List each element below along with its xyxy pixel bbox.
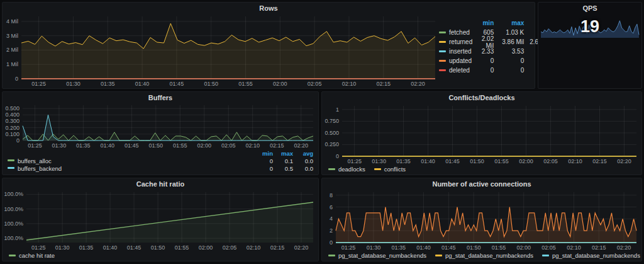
- svg-text:02:00: 02:00: [197, 142, 212, 149]
- legend-item-numbackends-1[interactable]: pg_stat_database_numbackends: [328, 252, 426, 259]
- stat-max: 0: [494, 57, 524, 64]
- svg-text:0.100: 0.100: [5, 131, 19, 137]
- legend-label: inserted: [449, 48, 472, 55]
- svg-text:01:50: 01:50: [149, 142, 164, 149]
- svg-text:01:40: 01:40: [416, 244, 431, 251]
- svg-text:02:20: 02:20: [411, 81, 425, 87]
- svg-text:8: 8: [330, 192, 333, 198]
- legend-label: pg_stat_database_numbackends: [445, 252, 533, 259]
- legend-label: deadlocks: [338, 166, 365, 173]
- legend-item-updated[interactable]: updated: [439, 57, 472, 64]
- rows-chart[interactable]: 01 Mil2 Mil3 Mil4 Mil01:2501:3001:3501:4…: [3, 13, 439, 88]
- buffers-chart[interactable]: 00.1000.2000.3000.4000.50001:2501:3001:3…: [3, 103, 318, 149]
- svg-text:02:20: 02:20: [617, 244, 631, 251]
- svg-text:01:55: 01:55: [173, 142, 187, 149]
- panel-conflicts-deadlocks: Conflicts/Deadlocks 00.2500.5000.750101:…: [321, 91, 642, 175]
- svg-text:01:45: 01:45: [441, 244, 456, 251]
- legend-item-returned[interactable]: returned: [439, 38, 472, 45]
- svg-text:02:10: 02:10: [567, 244, 581, 251]
- stat-min: 0: [472, 57, 494, 64]
- conflicts-chart[interactable]: 00.2500.5000.750101:2501:3001:3501:4001:…: [322, 103, 641, 165]
- panel-title-rows[interactable]: Rows: [3, 3, 535, 13]
- svg-text:01:50: 01:50: [467, 244, 481, 251]
- dashboard-row-bottom: Cache hit ratio 100.0%100.0%100.0%100.0%…: [2, 178, 642, 261]
- dashboard-row-middle: Buffers 00.1000.2000.3000.4000.50001:250…: [2, 91, 642, 175]
- svg-text:01:50: 01:50: [470, 158, 484, 164]
- legend-item-deadlocks[interactable]: deadlocks: [328, 166, 365, 173]
- series-swatch-deadlocks: [328, 168, 335, 170]
- svg-text:100.0%: 100.0%: [4, 191, 23, 197]
- legend-label: fetched: [449, 29, 470, 36]
- svg-text:02:05: 02:05: [308, 81, 322, 87]
- svg-text:2 Mil: 2 Mil: [6, 47, 18, 53]
- svg-text:1 Mil: 1 Mil: [6, 61, 18, 67]
- rows-panel-body: 01 Mil2 Mil3 Mil4 Mil01:2501:3001:3501:4…: [3, 13, 535, 88]
- legend-item-numbackends-2[interactable]: pg_stat_database_numbackends: [435, 252, 533, 259]
- dashboard-row-top: Rows 01 Mil2 Mil3 Mil4 Mil01:2501:3001:3…: [2, 2, 642, 89]
- panel-title-conflicts[interactable]: Conflicts/Deadlocks: [322, 92, 641, 103]
- legend-label: buffers_backend: [18, 165, 62, 172]
- connections-chart[interactable]: 0246801:2501:3001:3501:4001:4501:5001:55…: [322, 189, 641, 251]
- legend-item-deleted[interactable]: deleted: [439, 67, 472, 74]
- svg-text:01:30: 01:30: [55, 244, 70, 251]
- cache-chart[interactable]: 100.0%100.0%100.0%100.0%01:2501:3001:350…: [3, 189, 318, 251]
- svg-text:01:40: 01:40: [421, 158, 435, 164]
- panel-title-connections[interactable]: Number of active connections: [322, 178, 641, 189]
- svg-text:02:15: 02:15: [592, 244, 606, 251]
- svg-text:01:45: 01:45: [125, 142, 139, 149]
- legend-label: returned: [449, 38, 472, 45]
- svg-text:02:00: 02:00: [199, 244, 213, 251]
- legend-item-cache-hit-rate[interactable]: cache hit rate: [9, 252, 55, 259]
- svg-text:02:05: 02:05: [543, 158, 558, 164]
- svg-text:02:15: 02:15: [270, 244, 285, 251]
- legend-item-fetched[interactable]: fetched: [439, 29, 472, 36]
- panel-qps: QPS 19: [538, 2, 642, 89]
- svg-text:01:55: 01:55: [238, 81, 253, 87]
- stat-min: 0: [257, 165, 273, 172]
- stat-avg: 0.0: [293, 165, 313, 172]
- legend-item-buffers-backend[interactable]: buffers_backend: [8, 165, 257, 172]
- svg-text:4 Mil: 4 Mil: [6, 18, 18, 25]
- svg-text:02:15: 02:15: [592, 158, 607, 164]
- svg-text:02:20: 02:20: [617, 158, 631, 164]
- series-swatch-cache-hit-rate: [9, 255, 16, 256]
- svg-text:01:35: 01:35: [79, 244, 94, 251]
- legend-header-avg: avg: [293, 150, 313, 157]
- svg-text:01:40: 01:40: [101, 142, 115, 149]
- legend-label: buffers_alloc: [18, 158, 52, 164]
- stat-min: 2.33: [472, 48, 494, 55]
- svg-text:02:00: 02:00: [517, 244, 531, 251]
- series-swatch-fetched: [439, 32, 446, 33]
- legend-item-buffers-alloc[interactable]: buffers_alloc: [8, 158, 257, 164]
- legend-item-inserted[interactable]: inserted: [439, 48, 472, 55]
- panel-rows: Rows 01 Mil2 Mil3 Mil4 Mil01:2501:3001:3…: [2, 2, 535, 89]
- svg-text:6: 6: [330, 204, 333, 210]
- panel-title-buffers[interactable]: Buffers: [3, 92, 318, 103]
- svg-text:1: 1: [336, 106, 339, 113]
- panel-title-cache[interactable]: Cache hit ratio: [3, 178, 318, 189]
- buffers-legend-table: min max avg buffers_alloc 0 0.1 0.0 buff…: [3, 149, 318, 175]
- svg-text:02:20: 02:20: [294, 142, 308, 149]
- legend-header-max: max: [273, 150, 293, 157]
- legend-item-numbackends-3[interactable]: pg_stat_database_numbackends: [542, 252, 640, 259]
- legend-header-min: min: [472, 20, 494, 26]
- panel-title-qps[interactable]: QPS: [538, 3, 641, 13]
- svg-text:01:30: 01:30: [367, 244, 381, 251]
- qps-sparkline[interactable]: [540, 16, 640, 39]
- svg-text:0.500: 0.500: [5, 105, 19, 112]
- svg-text:0: 0: [16, 137, 19, 144]
- svg-text:0.750: 0.750: [325, 118, 339, 124]
- series-swatch-conflicts: [374, 168, 381, 170]
- svg-text:01:25: 01:25: [347, 158, 362, 164]
- legend-header-max: max: [494, 20, 524, 26]
- svg-text:4: 4: [330, 215, 333, 222]
- stat-max: 0: [494, 67, 524, 74]
- legend-item-conflicts[interactable]: conflicts: [374, 166, 406, 173]
- legend-label: cache hit rate: [19, 252, 55, 259]
- svg-text:0: 0: [330, 239, 333, 246]
- svg-text:01:55: 01:55: [175, 244, 189, 251]
- svg-text:01:30: 01:30: [52, 142, 67, 149]
- stat-max: 1.03 K: [494, 29, 524, 36]
- svg-text:0: 0: [15, 76, 18, 82]
- series-swatch-numbackends-yellow: [435, 255, 442, 256]
